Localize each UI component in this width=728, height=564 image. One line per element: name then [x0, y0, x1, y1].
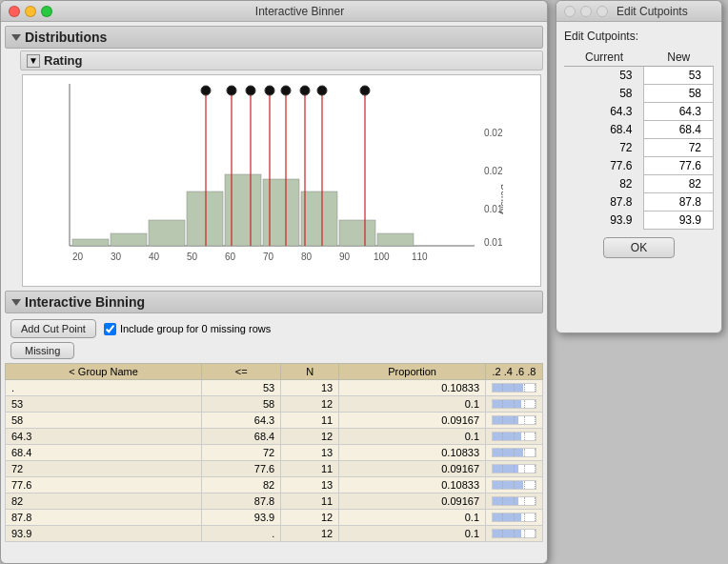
cell-proportion: 0.1 [339, 429, 486, 445]
svg-rect-24 [339, 220, 375, 246]
cutpoint-current: 68.4 [564, 121, 644, 139]
cutpoint-new[interactable]: 64.3 [644, 103, 714, 121]
cell-group-name: 72 [6, 461, 202, 477]
cell-group-name: . [6, 380, 202, 396]
edit-title-bar: Edit Cutpoints [556, 1, 721, 22]
chart-area: 0.02 0.02 0.01 0.01 Density 20 30 40 50 … [22, 74, 541, 287]
cell-group-name: 68.4 [6, 445, 202, 461]
cut-handle-8[interactable] [360, 86, 370, 95]
cut-handle-6[interactable] [300, 86, 310, 95]
edit-close-button[interactable] [564, 6, 576, 17]
cutpoint-row: 77.6 77.6 [564, 157, 714, 175]
cutpoint-current: 87.8 [564, 193, 644, 212]
svg-text:70: 70 [263, 252, 274, 262]
cut-handle-3[interactable] [246, 86, 255, 95]
svg-text:60: 60 [225, 252, 236, 262]
cutpoint-new[interactable]: 87.8 [644, 193, 714, 212]
cutpoint-new[interactable]: 68.4 [644, 121, 714, 139]
table-row: 53 58 12 0.1 [6, 396, 543, 413]
edit-content: Edit Cutpoints: Current New 53 53 58 58 … [556, 22, 721, 332]
cell-lte: 68.4 [202, 429, 281, 445]
edit-minimize-button[interactable] [580, 6, 592, 17]
cutpoint-new[interactable]: 82 [644, 175, 714, 193]
col-current-header: Current [564, 49, 644, 67]
cutpoint-row: 93.9 93.9 [564, 212, 714, 230]
cell-n: 13 [281, 380, 339, 396]
cell-lte: 93.9 [202, 510, 281, 526]
binning-controls: Add Cut Point Include group for 0 missin… [5, 315, 543, 342]
cell-lte: 87.8 [202, 494, 281, 510]
svg-text:30: 30 [111, 252, 122, 262]
svg-rect-17 [72, 239, 109, 246]
svg-text:100: 100 [374, 252, 390, 262]
cutpoint-row: 82 82 [564, 175, 714, 193]
svg-text:110: 110 [412, 252, 428, 262]
cutpoint-row: 53 53 [564, 67, 714, 85]
distributions-triangle-icon[interactable] [11, 34, 21, 41]
cut-handle-7[interactable] [317, 86, 327, 95]
cell-n: 13 [281, 477, 339, 494]
cutpoint-new[interactable]: 72 [644, 139, 714, 157]
cell-proportion: 0.10833 [339, 380, 486, 396]
binning-title: Interactive Binning [25, 294, 145, 310]
cut-handle-5[interactable] [281, 86, 291, 95]
binning-triangle-icon[interactable] [11, 299, 21, 306]
edit-cutpoints-window: Edit Cutpoints Edit Cutpoints: Current N… [556, 0, 722, 333]
cell-bar [486, 413, 543, 429]
missing-button[interactable]: Missing [10, 342, 74, 359]
cutpoint-new[interactable]: 77.6 [644, 157, 714, 175]
cell-lte: 82 [202, 477, 281, 494]
col-header-bar: .2 .4 .6 .8 [486, 364, 543, 380]
traffic-lights [9, 6, 52, 17]
cell-n: 13 [281, 445, 339, 461]
cut-handle-2[interactable] [227, 86, 236, 95]
cutpoint-new[interactable]: 53 [644, 67, 714, 85]
title-bar: Interactive Binner [1, 1, 547, 22]
close-button[interactable] [9, 6, 20, 17]
cutpoint-new[interactable]: 58 [644, 85, 714, 103]
cutpoint-new[interactable]: 93.9 [644, 212, 714, 230]
cell-group-name: 93.9 [6, 526, 202, 542]
ok-button[interactable]: OK [603, 237, 675, 258]
cutpoints-table: Current New 53 53 58 58 64.3 64.3 68.4 6… [564, 49, 714, 230]
cell-n: 11 [281, 494, 339, 510]
svg-rect-21 [225, 174, 261, 246]
rating-header: ▼ Rating [20, 50, 543, 70]
svg-text:0.01: 0.01 [484, 237, 503, 248]
table-row: . 53 13 0.10833 [6, 380, 543, 396]
col-header-lte: <= [202, 364, 281, 380]
svg-rect-22 [263, 179, 299, 246]
table-row: 58 64.3 11 0.09167 [6, 413, 543, 429]
svg-text:40: 40 [149, 252, 160, 262]
binning-header: Interactive Binning [5, 291, 543, 313]
cutpoint-current: 53 [564, 67, 644, 85]
main-window: Interactive Binner Distributions ▼ Ratin… [0, 0, 548, 564]
rating-toggle-icon[interactable]: ▼ [27, 54, 40, 68]
add-cut-point-button[interactable]: Add Cut Point [10, 319, 96, 338]
cutpoint-current: 64.3 [564, 103, 644, 121]
cell-lte: 64.3 [202, 413, 281, 429]
cell-lte: 53 [202, 380, 281, 396]
cell-n: 12 [281, 510, 339, 526]
cell-proportion: 0.10833 [339, 477, 486, 494]
distributions-header: Distributions [5, 26, 543, 49]
table-row: 82 87.8 11 0.09167 [6, 494, 543, 510]
cell-proportion: 0.09167 [339, 494, 486, 510]
edit-maximize-button[interactable] [597, 6, 608, 17]
cut-handle-4[interactable] [265, 86, 274, 95]
cell-bar [486, 396, 543, 413]
cell-bar [486, 526, 543, 542]
cell-bar [486, 445, 543, 461]
cell-group-name: 53 [6, 396, 202, 413]
window-title: Interactive Binner [60, 5, 539, 18]
maximize-button[interactable] [41, 6, 52, 17]
col-new-header: New [644, 49, 714, 67]
table-row: 93.9 . 12 0.1 [6, 526, 543, 542]
missing-rows-checkbox[interactable] [104, 323, 116, 335]
minimize-button[interactable] [25, 6, 36, 17]
missing-rows-checkbox-label[interactable]: Include group for 0 missing rows [104, 323, 271, 335]
histogram-chart: 0.02 0.02 0.01 0.01 Density 20 30 40 50 … [27, 79, 503, 279]
cell-group-name: 82 [6, 494, 202, 510]
cut-handle-1[interactable] [201, 86, 211, 95]
distributions-title: Distributions [25, 30, 107, 45]
